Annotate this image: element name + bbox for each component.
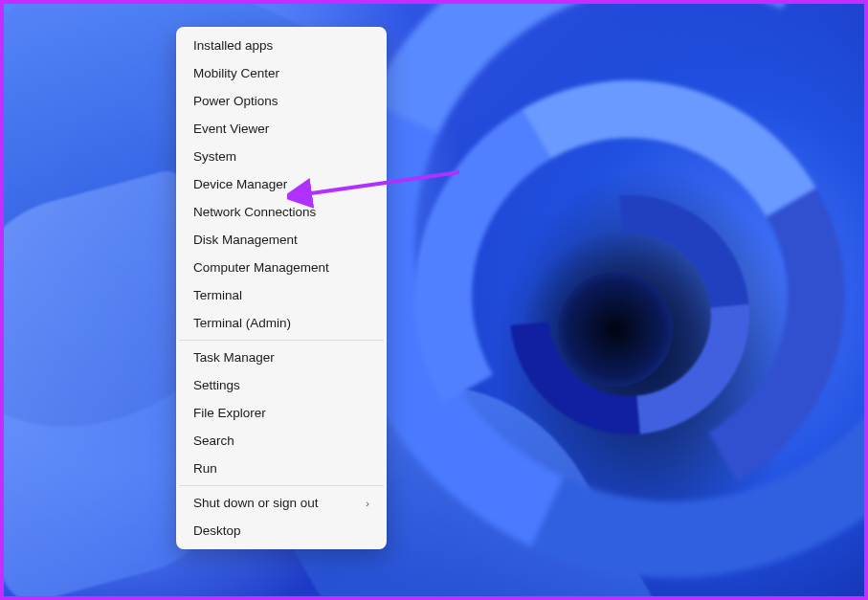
menu-item-computer-management[interactable]: Computer Management xyxy=(180,254,383,281)
menu-item-shut-down-sign-out[interactable]: Shut down or sign out› xyxy=(180,489,383,517)
menu-separator xyxy=(179,485,384,486)
menu-item-label: Disk Management xyxy=(193,233,298,247)
menu-separator xyxy=(179,340,384,341)
menu-item-label: Event Viewer xyxy=(193,122,269,136)
menu-item-label: Network Connections xyxy=(193,205,316,219)
menu-item-terminal-admin[interactable]: Terminal (Admin) xyxy=(180,309,383,337)
menu-item-label: Device Manager xyxy=(193,177,287,191)
menu-item-task-manager[interactable]: Task Manager xyxy=(180,344,383,371)
menu-item-label: Task Manager xyxy=(193,350,275,365)
menu-item-desktop[interactable]: Desktop xyxy=(180,517,383,544)
desktop-wallpaper xyxy=(4,4,864,596)
menu-item-network-connections[interactable]: Network Connections xyxy=(180,198,383,226)
menu-item-label: Shut down or sign out xyxy=(193,496,319,510)
menu-item-label: File Explorer xyxy=(193,406,266,420)
menu-item-settings[interactable]: Settings xyxy=(180,371,383,399)
menu-item-label: Terminal xyxy=(193,288,242,302)
menu-item-power-options[interactable]: Power Options xyxy=(180,87,383,115)
menu-item-file-explorer[interactable]: File Explorer xyxy=(180,399,383,427)
menu-item-terminal[interactable]: Terminal xyxy=(180,281,383,309)
menu-item-system[interactable]: System xyxy=(180,143,383,170)
menu-item-label: System xyxy=(193,149,236,164)
menu-item-label: Run xyxy=(193,461,217,476)
menu-item-label: Mobility Center xyxy=(193,66,279,80)
menu-item-label: Settings xyxy=(193,378,240,392)
menu-item-event-viewer[interactable]: Event Viewer xyxy=(180,115,383,143)
menu-item-label: Power Options xyxy=(193,94,278,108)
menu-item-installed-apps[interactable]: Installed apps xyxy=(180,32,383,59)
chevron-right-icon: › xyxy=(366,498,369,509)
menu-item-label: Search xyxy=(193,433,234,448)
menu-item-disk-management[interactable]: Disk Management xyxy=(180,226,383,254)
menu-item-label: Terminal (Admin) xyxy=(193,316,291,330)
menu-item-search[interactable]: Search xyxy=(180,427,383,455)
menu-item-mobility-center[interactable]: Mobility Center xyxy=(180,59,383,87)
menu-item-label: Installed apps xyxy=(193,38,273,53)
menu-item-label: Computer Management xyxy=(193,260,329,275)
menu-item-run[interactable]: Run xyxy=(180,455,383,482)
winx-context-menu: Installed appsMobility CenterPower Optio… xyxy=(176,27,387,549)
menu-item-device-manager[interactable]: Device Manager xyxy=(180,170,383,198)
menu-item-label: Desktop xyxy=(193,523,241,538)
